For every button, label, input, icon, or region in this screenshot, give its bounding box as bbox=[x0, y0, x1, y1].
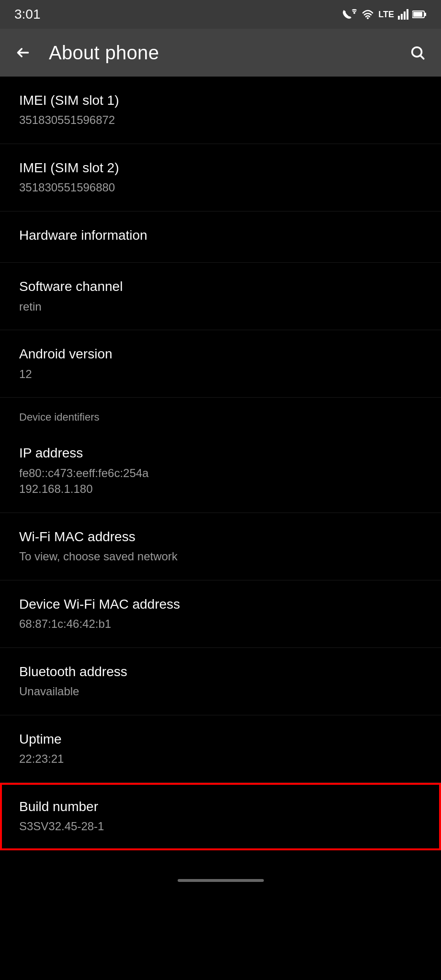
imei-sim2-value: 351830551596880 bbox=[19, 179, 422, 196]
android-version-title: Android version bbox=[19, 345, 422, 363]
svg-rect-5 bbox=[407, 9, 408, 20]
uptime-title: Uptime bbox=[19, 731, 422, 748]
software-channel-row: Software channel retin bbox=[0, 263, 441, 330]
imei-sim2-row[interactable]: IMEI (SIM slot 2) 351830551596880 bbox=[0, 144, 441, 212]
wifi-mac-title: Wi-Fi MAC address bbox=[19, 528, 422, 546]
hardware-info-title: Hardware information bbox=[19, 227, 422, 244]
back-button[interactable] bbox=[11, 41, 34, 64]
device-identifiers-label: Device identifiers bbox=[19, 411, 100, 423]
build-number-title: Build number bbox=[19, 798, 422, 815]
software-channel-title: Software channel bbox=[19, 278, 422, 295]
wifi-mac-row: Wi-Fi MAC address To view, choose saved … bbox=[0, 513, 441, 580]
status-time: 3:01 bbox=[14, 7, 41, 22]
android-version-row: Android version 12 bbox=[0, 330, 441, 398]
ip-address-title: IP address bbox=[19, 445, 422, 462]
wifi-mac-value: To view, choose saved network bbox=[19, 548, 422, 565]
search-icon bbox=[409, 45, 426, 61]
imei-sim2-title: IMEI (SIM slot 2) bbox=[19, 159, 422, 177]
svg-point-1 bbox=[367, 17, 369, 19]
svg-rect-4 bbox=[404, 11, 406, 20]
svg-point-0 bbox=[353, 12, 355, 14]
page-title: About phone bbox=[49, 42, 391, 64]
toolbar: About phone bbox=[0, 29, 441, 77]
status-icons: LTE bbox=[342, 9, 427, 20]
build-number-value: S3SV32.45-28-1 bbox=[19, 818, 422, 835]
home-indicator bbox=[178, 879, 264, 882]
uptime-row: Uptime 22:23:21 bbox=[0, 715, 441, 783]
svg-rect-7 bbox=[413, 12, 422, 17]
device-wifi-mac-value: 68:87:1c:46:42:b1 bbox=[19, 616, 422, 632]
software-channel-value: retin bbox=[19, 299, 422, 315]
device-identifiers-header: Device identifiers bbox=[0, 398, 441, 429]
call-wifi-icon bbox=[342, 9, 357, 20]
search-button[interactable] bbox=[406, 41, 430, 65]
content-area: IMEI (SIM slot 1) 351830551596872 IMEI (… bbox=[0, 77, 441, 869]
imei-sim1-row[interactable]: IMEI (SIM slot 1) 351830551596872 bbox=[0, 77, 441, 144]
battery-icon bbox=[412, 10, 427, 19]
status-bar: 3:01 LTE bbox=[0, 0, 441, 29]
wifi-icon bbox=[361, 9, 374, 20]
imei-sim1-title: IMEI (SIM slot 1) bbox=[19, 92, 422, 109]
uptime-value: 22:23:21 bbox=[19, 751, 422, 767]
svg-rect-2 bbox=[398, 16, 400, 20]
lte-badge: LTE bbox=[378, 10, 394, 20]
imei-sim1-value: 351830551596872 bbox=[19, 112, 422, 128]
bluetooth-address-row: Bluetooth address Unavailable bbox=[0, 648, 441, 715]
device-wifi-mac-title: Device Wi-Fi MAC address bbox=[19, 596, 422, 613]
android-version-value: 12 bbox=[19, 366, 422, 382]
bluetooth-address-title: Bluetooth address bbox=[19, 663, 422, 680]
ip-address-value: fe80::c473:eeff:fe6c:254a192.168.1.180 bbox=[19, 465, 422, 497]
svg-rect-3 bbox=[401, 14, 403, 20]
svg-rect-8 bbox=[425, 13, 427, 16]
signal-icon bbox=[398, 9, 408, 20]
hardware-info-row[interactable]: Hardware information bbox=[0, 212, 441, 263]
bluetooth-address-value: Unavailable bbox=[19, 683, 422, 700]
build-number-row[interactable]: Build number S3SV32.45-28-1 bbox=[0, 783, 441, 850]
device-wifi-mac-row: Device Wi-Fi MAC address 68:87:1c:46:42:… bbox=[0, 580, 441, 648]
back-arrow-icon bbox=[15, 45, 31, 60]
ip-address-row: IP address fe80::c473:eeff:fe6c:254a192.… bbox=[0, 429, 441, 513]
